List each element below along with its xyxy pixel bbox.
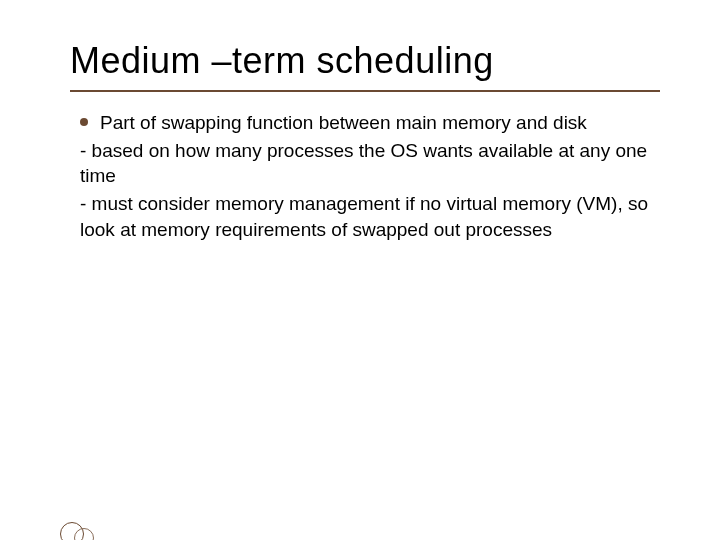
slide-container: Medium –term scheduling Part of swapping… [0,0,720,540]
ring-icon [74,528,94,540]
bullet-icon [80,118,88,126]
bullet-text: Part of swapping function between main m… [100,112,587,133]
dash-item-2: - must consider memory management if no … [80,191,660,242]
title-underline [70,90,660,92]
slide-body: Part of swapping function between main m… [70,110,660,242]
slide-title: Medium –term scheduling [70,40,660,82]
dash-item-1: - based on how many processes the OS wan… [80,138,660,189]
title-block: Medium –term scheduling [70,40,660,92]
bullet-item: Part of swapping function between main m… [80,110,660,136]
